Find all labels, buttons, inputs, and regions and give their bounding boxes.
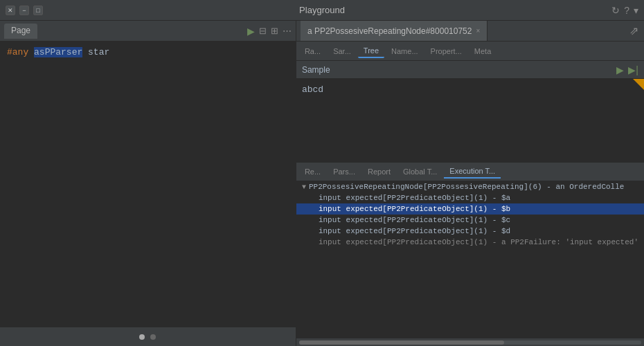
dot-1[interactable] — [139, 334, 145, 340]
code-line-1: #any asPParser star — [7, 47, 289, 57]
maximize-button[interactable]: □ — [33, 6, 43, 15]
scroll-thumb — [299, 340, 504, 345]
tab-report[interactable]: Report — [362, 165, 396, 178]
left-bottom-bar — [0, 327, 296, 346]
tab-re[interactable]: Re... — [299, 165, 326, 178]
minimize-button[interactable]: − — [19, 6, 29, 15]
bottom-scrollbar[interactable] — [296, 338, 644, 346]
right-tab-bar: a PP2PossesiveRepeatingNode#800010752 × … — [296, 21, 644, 42]
left-tab-bar: Page ▶ ⊟ ⊞ ⋯ — [0, 21, 296, 42]
sample-editor[interactable]: abcd — [296, 79, 644, 162]
result-row-5[interactable]: input expected[PP2PredicateObject](1) - … — [296, 237, 644, 248]
result-text-4: input expected[PP2PredicateObject](1) - … — [319, 227, 638, 235]
tab-propert[interactable]: Propert... — [425, 45, 467, 57]
tab-name[interactable]: Name... — [386, 45, 424, 57]
result-row-4[interactable]: input expected[PP2PredicateObject](1) - … — [296, 226, 644, 237]
code-keyword-any: #any — [7, 47, 28, 57]
file-tab[interactable]: a PP2PossesiveRepeatingNode#800010752 × — [301, 21, 488, 41]
tab-ra[interactable]: Ra... — [299, 45, 326, 57]
result-row-2[interactable]: input expected[PP2PredicateObject](1) - … — [296, 203, 644, 215]
close-tab-icon[interactable]: × — [476, 27, 480, 35]
tab-meta[interactable]: Meta — [469, 45, 497, 57]
sample-run-step-icon[interactable]: ▶| — [628, 64, 638, 75]
file-action-icon[interactable]: ⇗ — [629, 24, 644, 37]
results-area: ▼ PP2PossesiveRepeatingNode[PP2Possesive… — [296, 181, 644, 338]
right-panel: a PP2PossesiveRepeatingNode#800010752 × … — [296, 21, 644, 346]
left-toolbar: ▶ ⊟ ⊞ ⋯ — [247, 26, 292, 37]
sample-panel: Sample ▶ ▶| abcd — [296, 61, 644, 162]
result-row-0[interactable]: ▼ PP2PossesiveRepeatingNode[PP2Possesive… — [296, 181, 644, 192]
page-tab[interactable]: Page — [4, 24, 37, 39]
close-button[interactable]: ✕ — [6, 6, 15, 15]
help-icon[interactable]: ? — [624, 5, 629, 16]
window-controls: ✕ − □ — [6, 6, 43, 15]
tab-pars[interactable]: Pars... — [328, 165, 361, 178]
code-cursor: asPParser — [34, 47, 82, 57]
grid-icon[interactable]: ⊞ — [271, 26, 278, 36]
title-right-icons: ↻ ? ▾ — [611, 5, 638, 16]
dot-2[interactable] — [150, 334, 156, 340]
title-bar: ✕ − □ Playground ↻ ? ▾ — [0, 0, 644, 21]
result-row-1[interactable]: input expected[PP2PredicateObject](1) - … — [296, 192, 644, 203]
sample-content: abcd — [302, 84, 323, 95]
more-icon[interactable]: ⋯ — [283, 26, 292, 36]
format-icon[interactable]: ⊟ — [259, 26, 267, 36]
main-area: Page ▶ ⊟ ⊞ ⋯ #any asPParser star a PP2Po… — [0, 21, 644, 346]
sample-title: Sample — [302, 65, 330, 75]
result-text-2: input expected[PP2PredicateObject](1) - … — [319, 205, 638, 213]
sample-header: Sample ▶ ▶| — [296, 61, 644, 79]
tab-sar[interactable]: Sar... — [328, 45, 357, 57]
code-editor[interactable]: #any asPParser star — [0, 42, 296, 327]
sample-run-icon[interactable]: ▶ — [616, 64, 624, 75]
file-tab-label: a PP2PossesiveRepeatingNode#800010752 — [307, 26, 472, 36]
secondary-tabs: Ra... Sar... Tree Name... Propert... Met… — [296, 42, 644, 61]
result-text-0: PP2PossesiveRepeatingNode[PP2PossesiveRe… — [309, 183, 638, 191]
sample-toolbar: ▶ ▶| — [616, 64, 638, 75]
corner-mark — [633, 79, 644, 90]
scroll-track — [299, 340, 641, 345]
expand-icon-0: ▼ — [302, 183, 306, 191]
tab-execution-t[interactable]: Execution T... — [444, 165, 501, 179]
menu-icon[interactable]: ▾ — [634, 5, 638, 16]
result-text-5: input expected[PP2PredicateObject](1) - … — [319, 238, 638, 246]
tab-global-t[interactable]: Global T... — [397, 165, 442, 178]
result-row-3[interactable]: input expected[PP2PredicateObject](1) - … — [296, 215, 644, 226]
tab-tree[interactable]: Tree — [358, 44, 384, 58]
refresh-icon[interactable]: ↻ — [611, 5, 620, 16]
app-title: Playground — [299, 5, 345, 15]
bottom-section: Re... Pars... Report Global T... Executi… — [296, 162, 644, 346]
result-text-3: input expected[PP2PredicateObject](1) - … — [319, 216, 638, 224]
result-text-1: input expected[PP2PredicateObject](1) - … — [319, 194, 638, 202]
bottom-tab-bar: Re... Pars... Report Global T... Executi… — [296, 162, 644, 181]
left-panel: Page ▶ ⊟ ⊞ ⋯ #any asPParser star — [0, 21, 296, 346]
run-icon[interactable]: ▶ — [247, 26, 255, 37]
